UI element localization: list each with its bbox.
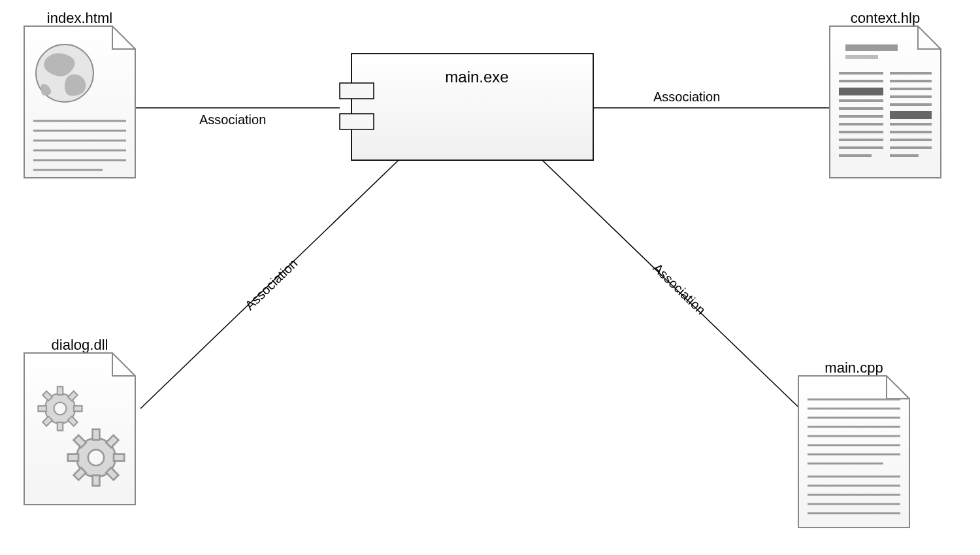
svg-rect-30 (839, 139, 883, 141)
globe-icon (36, 44, 93, 102)
edge-label-index: Association (199, 112, 266, 127)
svg-rect-36 (890, 95, 932, 98)
svg-rect-38 (890, 111, 932, 119)
svg-rect-21 (845, 55, 878, 59)
svg-rect-37 (890, 103, 932, 106)
component-main-exe: main.exe (340, 54, 593, 160)
svg-rect-42 (890, 146, 932, 149)
svg-rect-39 (890, 123, 932, 126)
uml-component-diagram: Association Association Association Asso… (0, 0, 980, 555)
svg-rect-25 (839, 99, 883, 102)
svg-rect-41 (890, 139, 932, 141)
svg-rect-24 (839, 88, 883, 95)
svg-rect-34 (890, 80, 932, 82)
svg-rect-20 (845, 44, 898, 51)
edge-label-context: Association (653, 90, 720, 104)
svg-rect-35 (890, 88, 932, 90)
svg-rect-27 (839, 115, 883, 118)
svg-rect-33 (890, 72, 932, 75)
artifact-label: dialog.dll (52, 337, 108, 353)
svg-rect-43 (890, 154, 919, 157)
file-icon (830, 26, 941, 178)
svg-rect-26 (839, 107, 883, 110)
file-icon (24, 353, 136, 505)
svg-rect-32 (839, 154, 872, 157)
file-icon (798, 376, 909, 528)
edge-label-maincpp: Association (650, 261, 708, 318)
artifact-dialog-dll: dialog.dll (24, 337, 136, 505)
edge-label-dialog: Association (242, 256, 301, 313)
svg-rect-11 (340, 83, 374, 99)
artifact-label: main.cpp (825, 360, 883, 376)
component-label: main.exe (445, 68, 508, 86)
artifact-main-cpp: main.cpp (798, 360, 909, 528)
file-icon (24, 26, 135, 178)
svg-rect-31 (839, 146, 883, 149)
svg-rect-12 (340, 114, 374, 129)
svg-rect-22 (839, 72, 883, 75)
artifact-index-html: index.html (24, 10, 135, 178)
artifact-context-hlp: context.hlp (830, 10, 941, 178)
artifact-label: index.html (47, 10, 112, 26)
artifact-label: context.hlp (851, 10, 920, 26)
svg-rect-28 (839, 123, 883, 126)
svg-rect-40 (890, 131, 932, 133)
svg-rect-29 (839, 131, 883, 133)
svg-rect-23 (839, 80, 883, 82)
